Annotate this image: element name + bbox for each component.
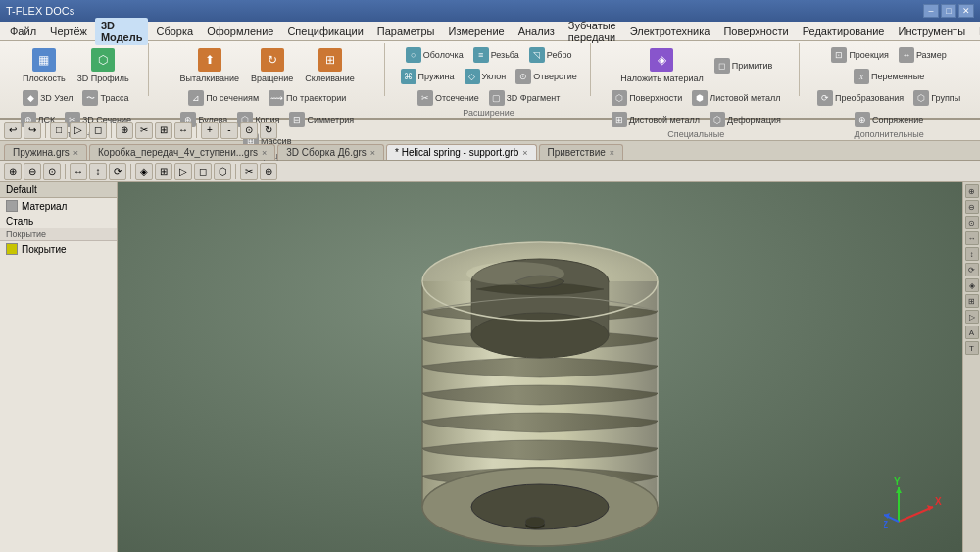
doc-tab-welcome[interactable]: * Helical spring - support.grb × xyxy=(386,144,536,160)
right-panel-btn-2[interactable]: ⊖ xyxy=(965,200,979,214)
ribbon-btn-cut[interactable]: ✂ Отсечение xyxy=(414,88,483,108)
ribbon-btn-transform[interactable]: ⟳ Преобразования xyxy=(813,88,907,108)
menu-edit[interactable]: Редактирование xyxy=(797,24,891,39)
menu-measure[interactable]: Измерение xyxy=(442,24,510,39)
ribbon-btn-groups[interactable]: ⬡ Группы xyxy=(909,88,964,108)
doc-tab-privet[interactable]: Приветствие × xyxy=(539,144,624,160)
menu-assembly[interactable]: Сборка xyxy=(150,24,199,39)
sec-btn-5[interactable]: ↕ xyxy=(89,163,107,180)
menu-params[interactable]: Параметры xyxy=(371,24,441,39)
right-panel-btn-3[interactable]: ⊙ xyxy=(965,216,979,229)
toolbar-rotate-view[interactable]: ↻ xyxy=(260,122,277,139)
sidebar-section: Покрытие xyxy=(0,228,117,241)
ribbon-btn-plane[interactable]: ▦ Плоскость xyxy=(18,45,71,86)
right-panel-btn-1[interactable]: ⊕ xyxy=(965,184,979,198)
right-panel-btn-4[interactable]: ↔ xyxy=(965,231,979,245)
viewport[interactable]: X Y Z xyxy=(118,182,962,552)
menu-design[interactable]: Оформление xyxy=(201,24,279,39)
sidebar-coverage-row[interactable]: Покрытие xyxy=(0,241,117,257)
right-panel-btn-5[interactable]: ↕ xyxy=(965,247,979,261)
toolbar-open[interactable]: ▷ xyxy=(70,122,87,139)
ribbon-btn-projection[interactable]: ⊡ Проекция xyxy=(827,45,892,65)
doc-tab-assembly[interactable]: 3D Сборка Д6.grs × xyxy=(277,144,384,160)
ribbon-btn-sheetmetal[interactable]: ⊞ Дистовой металл xyxy=(608,110,704,129)
ribbon-btn-surfaces2[interactable]: ⬡ Поверхности xyxy=(608,88,686,108)
right-panel-btn-6[interactable]: ⟳ xyxy=(965,263,979,276)
right-panel-btn-8[interactable]: ⊞ xyxy=(965,294,979,308)
ribbon-btn-slope[interactable]: ◇ Уклон xyxy=(461,67,511,86)
sec-btn-11[interactable]: ⬡ xyxy=(214,163,231,180)
menu-file[interactable]: Файл xyxy=(4,24,42,39)
doc-tab-welcome-close[interactable]: × xyxy=(522,148,527,158)
ribbon-btn-dimension[interactable]: ↔ Размер xyxy=(895,45,951,65)
sec-btn-3[interactable]: ⊙ xyxy=(43,163,61,180)
menu-specs[interactable]: Спецификации xyxy=(281,24,368,39)
ribbon-btn-thread[interactable]: ≡ Резьба xyxy=(469,45,523,65)
toolbar-paste[interactable]: ↔ xyxy=(174,122,192,139)
toolbar-zoom-out[interactable]: - xyxy=(220,122,238,139)
toolbar-undo[interactable]: ↩ xyxy=(4,122,22,139)
ribbon-btn-rotate[interactable]: ↻ Вращение xyxy=(246,45,298,86)
menu-tools[interactable]: Инструменты xyxy=(892,24,971,39)
ribbon-btn-sheet[interactable]: ⬢ Листовой металл xyxy=(688,88,784,108)
sec-btn-4[interactable]: ↔ xyxy=(70,163,87,180)
toolbar-redo[interactable]: ↪ xyxy=(24,122,41,139)
toolbar-fit[interactable]: ⊙ xyxy=(240,122,258,139)
right-panel-btn-7[interactable]: ◈ xyxy=(965,278,979,292)
ribbon-btn-material[interactable]: ◈ Наложить материал xyxy=(615,45,708,86)
sec-btn-1[interactable]: ⊕ xyxy=(4,163,22,180)
ribbon-btn-deform[interactable]: ⬡ Деформация xyxy=(706,110,785,129)
toolbar-cut[interactable]: ✂ xyxy=(135,122,153,139)
doc-tab-assembly-close[interactable]: × xyxy=(370,148,375,158)
toolbar-zoom-in[interactable]: + xyxy=(201,122,219,139)
ribbon-btn-symmetry[interactable]: ⊟ Симметрия xyxy=(285,110,358,129)
ribbon-btn-3dprofile[interactable]: ⬡ 3D Профиль xyxy=(73,45,134,86)
conjugate-icon: ⊕ xyxy=(855,112,870,127)
right-panel-btn-10[interactable]: A xyxy=(965,326,979,339)
doc-tab-privet-close[interactable]: × xyxy=(610,148,614,158)
toolbar-save[interactable]: ◻ xyxy=(89,122,107,139)
ribbon-btn-3dnode[interactable]: ◆ 3D Узел xyxy=(19,88,76,108)
ribbon-btn-shell[interactable]: ○ Оболочка xyxy=(402,45,467,65)
ribbon-btn-primitive[interactable]: ◻ Примитив xyxy=(710,56,777,75)
toolbar-new[interactable]: □ xyxy=(50,122,68,139)
sec-btn-7[interactable]: ◈ xyxy=(135,163,153,180)
ribbon-btn-route[interactable]: 〜 Трасса xyxy=(78,88,132,108)
sec-btn-2[interactable]: ⊖ xyxy=(24,163,41,180)
ribbon-btn-variables[interactable]: 𝑥 Переменные xyxy=(850,67,928,86)
sec-btn-13[interactable]: ⊕ xyxy=(260,163,277,180)
sec-btn-10[interactable]: ◻ xyxy=(194,163,212,180)
right-panel-btn-9[interactable]: ▷ xyxy=(965,310,979,324)
ribbon-btn-glue[interactable]: ⊞ Склеивание xyxy=(300,45,360,86)
menu-electrical[interactable]: Электротехника xyxy=(624,24,716,39)
ribbon-btn-rib[interactable]: ◹ Ребро xyxy=(525,45,576,65)
doc-tab-gearbox[interactable]: Коробка_передач_4v_ступени...grs × xyxy=(89,144,275,160)
menu-view[interactable]: Вид xyxy=(973,24,980,39)
maximize-button[interactable]: □ xyxy=(941,4,956,18)
sec-btn-9[interactable]: ▷ xyxy=(174,163,192,180)
minimize-button[interactable]: – xyxy=(923,4,939,18)
ribbon-btn-3dfragment[interactable]: ▢ 3D Фрагмент xyxy=(485,88,564,108)
menu-surfaces[interactable]: Поверхности xyxy=(717,24,794,39)
doc-tab-spring-close[interactable]: × xyxy=(74,148,78,158)
sidebar-header-label: Default xyxy=(6,184,37,195)
sidebar-material-row[interactable]: Материал xyxy=(0,198,117,214)
ribbon-btn-conjugate[interactable]: ⊕ Сопряжение xyxy=(851,110,927,129)
sec-btn-6[interactable]: ⟳ xyxy=(109,163,126,180)
ribbon-btn-hole[interactable]: ⊙ Отверстие xyxy=(512,67,580,86)
ribbon-btn-sections[interactable]: ⊿ По сечениям xyxy=(184,88,263,108)
doc-tab-gearbox-close[interactable]: × xyxy=(262,148,267,158)
close-button[interactable]: ✕ xyxy=(958,4,974,18)
right-panel-btn-11[interactable]: T xyxy=(965,341,979,355)
sec-btn-12[interactable]: ✂ xyxy=(240,163,258,180)
menu-draft[interactable]: Чертёж xyxy=(44,24,93,39)
toolbar-copy[interactable]: ⊞ xyxy=(155,122,172,139)
doc-tab-spring[interactable]: Пружина.grs × xyxy=(4,144,87,160)
toolbar-print[interactable]: ⊕ xyxy=(116,122,133,139)
sec-btn-8[interactable]: ⊞ xyxy=(155,163,172,180)
ribbon-btn-extrude[interactable]: ⬆ Выталкивание xyxy=(175,45,244,86)
ribbon-btn-path[interactable]: ⟿ По траектории xyxy=(265,88,350,108)
ribbon-btn-spring[interactable]: ⌘ Пружина xyxy=(397,67,459,86)
sidebar-steel-row[interactable]: Сталь xyxy=(0,214,117,228)
menu-analysis[interactable]: Анализ xyxy=(513,24,561,39)
